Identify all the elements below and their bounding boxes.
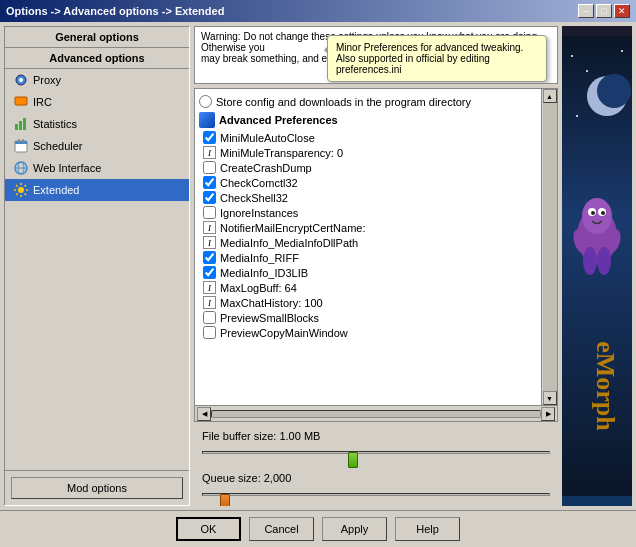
h-scroll-track[interactable]	[211, 410, 541, 418]
checkbox-CreateCrashDump[interactable]: CreateCrashDump	[199, 160, 537, 175]
row-MiniMuleTransparency[interactable]: I MiniMuleTransparency: 0	[199, 145, 537, 160]
webinterface-label: Web Interface	[33, 162, 101, 174]
checkbox-CheckComctl32[interactable]: CheckComctl32	[199, 175, 537, 190]
title-bar: Options -> Advanced options -> Extended …	[0, 0, 636, 22]
sidebar-item-irc[interactable]: IRC	[5, 91, 189, 113]
checkbox-MediaInfo-RIFF-input[interactable]	[203, 251, 216, 264]
italic-icon-MaxChatHistory: I	[203, 296, 216, 309]
svg-point-17	[597, 74, 631, 108]
svg-rect-8	[15, 141, 27, 144]
queue-size-slider[interactable]	[202, 486, 550, 502]
svg-point-23	[582, 198, 612, 234]
section-icon	[199, 112, 215, 128]
irc-label: IRC	[33, 96, 52, 108]
svg-point-26	[591, 211, 595, 215]
checkbox-IgnoreInstances[interactable]: IgnoreInstances	[199, 205, 537, 220]
svg-point-18	[571, 55, 573, 57]
checkbox-PreviewSmallBlocks-label: PreviewSmallBlocks	[220, 312, 319, 324]
decoration-graphic: eMorph	[562, 36, 632, 496]
queue-size-label: Queue size: 2,000	[202, 472, 550, 484]
checkbox-MediaInfo-ID3LIB-input[interactable]	[203, 266, 216, 279]
checkbox-MediaInfo-ID3LIB[interactable]: MediaInfo_ID3LIB	[199, 265, 537, 280]
checkbox-PreviewSmallBlocks[interactable]: PreviewSmallBlocks	[199, 310, 537, 325]
checkbox-CheckShell32-input[interactable]	[203, 191, 216, 204]
options-scroll-inner: Store config and downloads in the progra…	[195, 89, 557, 405]
label-MediaInfo-MediaInfoDllPath: MediaInfo_MediaInfoDllPath	[220, 237, 358, 249]
mod-options-button[interactable]: Mod options	[11, 477, 183, 499]
scroll-left-button[interactable]: ◀	[197, 407, 211, 421]
right-decoration: eMorph	[562, 26, 632, 506]
row-MaxLogBuff[interactable]: I MaxLogBuff: 64	[199, 280, 537, 295]
warning-area: Warning: Do not change these settings un…	[194, 26, 558, 84]
tooltip-bubble: Minor Preferences for advanced tweaking.…	[327, 35, 547, 82]
irc-icon	[13, 94, 29, 110]
scroll-down-button[interactable]: ▼	[543, 391, 557, 405]
ok-button[interactable]: OK	[176, 517, 241, 541]
checkbox-MiniMuleAutoClose-label: MiniMuleAutoClose	[220, 132, 315, 144]
checkbox-PreviewCopyMainWindow-input[interactable]	[203, 326, 216, 339]
tooltip-text: Minor Preferences for advanced tweaking.…	[336, 42, 523, 75]
help-button[interactable]: Help	[395, 517, 460, 541]
checkbox-CreateCrashDump-input[interactable]	[203, 161, 216, 174]
label-MaxChatHistory: MaxChatHistory: 100	[220, 297, 323, 309]
extended-label: Extended	[33, 184, 79, 196]
sidebar-item-scheduler[interactable]: Scheduler	[5, 135, 189, 157]
checkbox-PreviewCopyMainWindow[interactable]: PreviewCopyMainWindow	[199, 325, 537, 340]
sidebar-item-webinterface[interactable]: Web Interface	[5, 157, 189, 179]
scroll-up-button[interactable]: ▲	[543, 89, 557, 103]
section-advanced-options[interactable]: Advanced options	[5, 48, 189, 69]
sidebar-item-extended[interactable]: Extended	[5, 179, 189, 201]
checkbox-PreviewSmallBlocks-input[interactable]	[203, 311, 216, 324]
left-panel: General options Advanced options Proxy I…	[4, 26, 190, 506]
section-general-options[interactable]: General options	[5, 27, 189, 48]
apply-button[interactable]: Apply	[322, 517, 387, 541]
svg-point-1	[19, 78, 23, 82]
horizontal-scrollbar[interactable]: ◀ ▶	[195, 405, 557, 421]
radio-store-config[interactable]: Store config and downloads in the progra…	[199, 93, 537, 110]
row-MediaInfo-MediaInfoDllPath[interactable]: I MediaInfo_MediaInfoDllPath	[199, 235, 537, 250]
radio-store-config-label: Store config and downloads in the progra…	[216, 96, 471, 108]
scroll-track[interactable]	[543, 103, 557, 391]
svg-point-21	[576, 115, 578, 117]
title-bar-buttons: ─ □ ✕	[578, 4, 630, 18]
label-MiniMuleTransparency: MiniMuleTransparency: 0	[220, 147, 343, 159]
minimize-button[interactable]: ─	[578, 4, 594, 18]
scheduler-label: Scheduler	[33, 140, 83, 152]
close-button[interactable]: ✕	[614, 4, 630, 18]
row-NotifierMailEncryptCertName[interactable]: I NotifierMailEncryptCertName:	[199, 220, 537, 235]
bottom-buttons: OK Cancel Apply Help	[0, 510, 636, 547]
checkbox-MiniMuleAutoClose-input[interactable]	[203, 131, 216, 144]
scheduler-icon	[13, 138, 29, 154]
statistics-label: Statistics	[33, 118, 77, 130]
cancel-button[interactable]: Cancel	[249, 517, 314, 541]
vertical-scrollbar[interactable]: ▲ ▼	[541, 89, 557, 405]
sidebar-item-statistics[interactable]: Statistics	[5, 113, 189, 135]
svg-point-31	[597, 247, 611, 275]
checkbox-CheckComctl32-input[interactable]	[203, 176, 216, 189]
scroll-right-button[interactable]: ▶	[541, 407, 555, 421]
italic-icon-NotifierMail: I	[203, 221, 216, 234]
checkbox-IgnoreInstances-input[interactable]	[203, 206, 216, 219]
file-buffer-slider[interactable]	[202, 444, 550, 460]
svg-point-14	[18, 187, 24, 193]
svg-point-27	[601, 211, 605, 215]
italic-icon-MiniMuleTransparency: I	[203, 146, 216, 159]
radio-store-config-input[interactable]	[199, 95, 212, 108]
queue-size-thumb[interactable]	[220, 494, 230, 507]
checkbox-CreateCrashDump-label: CreateCrashDump	[220, 162, 312, 174]
checkbox-MiniMuleAutoClose[interactable]: MiniMuleAutoClose	[199, 130, 537, 145]
queue-size-track	[202, 493, 550, 496]
label-NotifierMailEncryptCertName: NotifierMailEncryptCertName:	[220, 222, 365, 234]
maximize-button[interactable]: □	[596, 4, 612, 18]
checkbox-MediaInfo-RIFF[interactable]: MediaInfo_RIFF	[199, 250, 537, 265]
proxy-label: Proxy	[33, 74, 61, 86]
italic-icon-MediaInfoDllPath: I	[203, 236, 216, 249]
label-MaxLogBuff: MaxLogBuff: 64	[220, 282, 297, 294]
checkbox-IgnoreInstances-label: IgnoreInstances	[220, 207, 298, 219]
options-list: Store config and downloads in the progra…	[195, 89, 541, 405]
right-panel: Warning: Do not change these settings un…	[194, 26, 558, 506]
checkbox-CheckShell32[interactable]: CheckShell32	[199, 190, 537, 205]
sidebar-item-proxy[interactable]: Proxy	[5, 69, 189, 91]
row-MaxChatHistory[interactable]: I MaxChatHistory: 100	[199, 295, 537, 310]
file-buffer-thumb[interactable]	[348, 452, 358, 468]
